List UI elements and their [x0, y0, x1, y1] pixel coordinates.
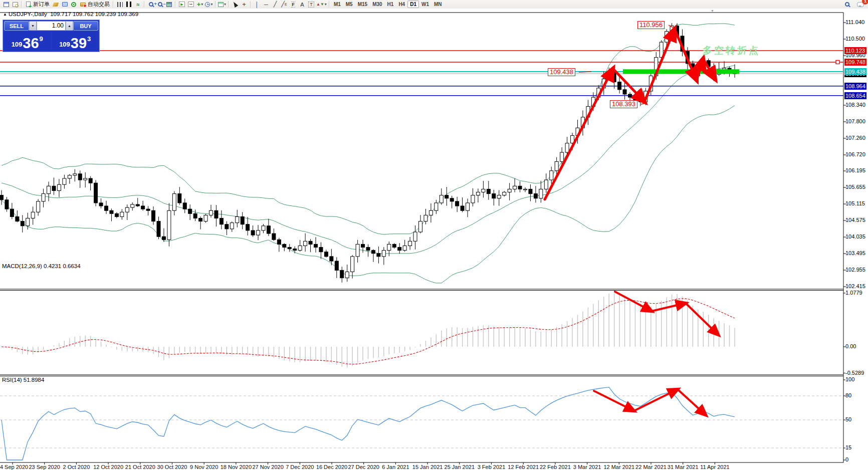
trend-arrow — [678, 389, 706, 415]
new-order-icon — [26, 2, 31, 7]
timeframe-d1-button[interactable]: D1 — [407, 1, 419, 8]
zoom-in-button[interactable]: + — [147, 1, 155, 8]
time-axis-label: 14 Sep 2020 — [0, 464, 28, 470]
toolbar-separator — [250, 1, 251, 8]
time-axis-label: 11 Apr 2021 — [700, 464, 730, 470]
sell-price-sup: 9 — [40, 35, 43, 43]
fibonacci-tool-button[interactable]: F — [289, 1, 297, 8]
chart-shift-button[interactable]: ↦ — [187, 1, 195, 8]
tile-windows-button[interactable] — [165, 1, 173, 8]
buy-price-box[interactable]: 109 39 3 — [52, 32, 99, 51]
time-axis-label: 12 Mar 2021 — [603, 464, 634, 470]
new-order-label[interactable]: 新订单 — [33, 1, 50, 8]
time-axis-label: 9 Nov 2020 — [190, 464, 218, 470]
text-icon: A — [300, 2, 304, 8]
time-axis-label: 3 Feb 2021 — [478, 464, 506, 470]
broom-icon — [53, 3, 59, 7]
price-axis-label: -0.5289 — [845, 370, 864, 376]
signal-icon — [71, 2, 76, 7]
crosshair-tool-button[interactable]: + — [240, 1, 248, 8]
trend-arrow — [545, 69, 613, 199]
channel-letter: E — [285, 3, 287, 6]
timeframe-m1-button[interactable]: M1 — [331, 1, 343, 8]
notifications-button[interactable]: 1 — [856, 1, 864, 8]
chart-canvas[interactable] — [0, 0, 868, 470]
time-axis-label: 22 Mar 2021 — [635, 464, 667, 470]
price-axis-label: 15 — [845, 444, 851, 451]
channel-tool-button[interactable]: ╱E — [280, 1, 288, 8]
line-chart-mode-button[interactable]: ≈ — [134, 1, 142, 8]
timeframe-w1-button[interactable]: W1 — [419, 1, 431, 8]
styler-button[interactable] — [52, 1, 60, 8]
arrows-tool-button[interactable]: ▲▼▾ — [316, 1, 327, 8]
buy-price-big: 39 — [71, 37, 87, 50]
timeframe-mn-button[interactable]: MN — [431, 1, 445, 8]
price-axis-label: 0.00 — [845, 343, 856, 350]
indicators-button[interactable]: +▾ — [196, 1, 204, 8]
price-tag-108.393[interactable]: 108.393 — [610, 100, 637, 108]
bar-chart-mode-button[interactable] — [116, 1, 124, 8]
templates-button[interactable]: ▾ — [218, 1, 226, 8]
vertical-line-tool-button[interactable]: │ — [253, 1, 261, 8]
auto-scroll-button[interactable]: ▶ — [178, 1, 186, 8]
time-axis-label: 22 Feb 2021 — [540, 464, 571, 470]
collapse-pane-icon[interactable]: ▼ — [711, 9, 714, 13]
text-tool-button[interactable]: A — [298, 1, 306, 8]
timeframe-m15-button[interactable]: M15 — [355, 1, 370, 8]
trend-arrow — [634, 389, 678, 411]
text-label-tool-button[interactable]: T — [307, 1, 315, 8]
chart-preview-button[interactable] — [11, 1, 19, 8]
timeframe-m5-button[interactable]: M5 — [343, 1, 355, 8]
price-axis-label: 108.340 — [845, 102, 865, 108]
buy-button[interactable]: BUY — [73, 21, 98, 31]
sell-price-box[interactable]: 109 36 9 — [4, 32, 51, 51]
price-level-badge: 108.964 — [844, 83, 866, 90]
chart-shift-icon: ↦ — [188, 2, 194, 7]
symbol-ohlc: 109.717 109.762 109.239 109.369 — [50, 11, 138, 17]
candlestick-mode-button[interactable] — [125, 1, 133, 8]
autotrading-button[interactable] — [79, 1, 87, 8]
arrows-icon-2: ▼ — [320, 2, 324, 7]
timeframe-h1-button[interactable]: H1 — [385, 1, 396, 8]
macd-indicator-label: MACD(12,26,9) 0.4231 0.6634 — [2, 263, 81, 269]
horizontal-line-tool-button[interactable]: ─ — [262, 1, 270, 8]
price-tag-109.438[interactable]: 109.438 — [548, 68, 575, 76]
zoom-out-icon: − — [158, 2, 162, 7]
toolbar-separator — [215, 1, 216, 8]
price-axis-label: 100 — [845, 376, 854, 383]
zoom-out-button[interactable]: − — [156, 1, 164, 8]
publish-button[interactable] — [61, 1, 69, 8]
channel-icon: ╱ — [281, 1, 285, 8]
time-axis-label: 12 Feb 2021 — [508, 464, 539, 470]
lot-increase-button[interactable]: ▲ — [66, 21, 73, 31]
lot-size-input[interactable]: 1.00 — [37, 21, 66, 31]
periods-button[interactable]: ▾ — [205, 1, 213, 8]
price-axis-label: 107.260 — [845, 135, 865, 141]
toolbar-right: 1 — [842, 1, 865, 8]
time-axis-label: 30 Oct 2020 — [157, 464, 187, 470]
cursor-tool-button[interactable] — [231, 1, 239, 8]
buy-price-prefix: 109 — [59, 41, 70, 48]
timeframe-m30-button[interactable]: M30 — [370, 1, 384, 8]
sell-button[interactable]: SELL — [4, 21, 29, 31]
green-zone-bar — [623, 69, 739, 74]
price-axis-label: 102.415 — [845, 283, 865, 290]
signals-button[interactable] — [70, 1, 78, 8]
price-tag-110.956[interactable]: 110.956 — [637, 21, 665, 29]
price-axis-label: 80 — [845, 392, 851, 399]
new-chart-button[interactable] — [2, 1, 10, 8]
lot-decrease-button[interactable]: ▼ — [29, 21, 37, 31]
clock-icon — [205, 2, 210, 7]
price-level-badge: 109.438 — [844, 68, 866, 75]
timeframe-bar: M1M5M15M30H1H4D1W1MN — [331, 1, 445, 8]
autotrading-label[interactable]: 自动交易 — [88, 1, 110, 8]
monitor-icon — [62, 2, 68, 7]
search-icon — [845, 2, 849, 7]
timeframe-h4-button[interactable]: H4 — [396, 1, 407, 8]
time-axis-label: 16 Dec 2020 — [316, 464, 347, 470]
trendline-tool-button[interactable]: ╱ — [271, 1, 279, 8]
time-axis-label: 27 Nov 2020 — [252, 464, 283, 470]
search-button[interactable] — [843, 1, 851, 8]
new-order-button[interactable] — [24, 1, 32, 8]
price-axis-label: 1.0779 — [845, 290, 862, 296]
